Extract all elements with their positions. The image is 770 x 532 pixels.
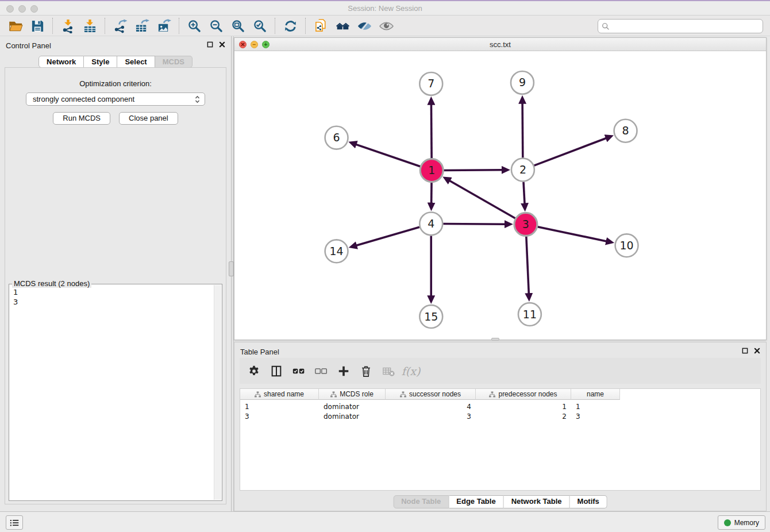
tab-style[interactable]: Style <box>84 56 117 68</box>
delete-table-button <box>380 363 397 380</box>
add-column-button[interactable] <box>335 363 352 380</box>
edge-2-3[interactable] <box>523 182 525 204</box>
refresh-view-button[interactable] <box>281 17 299 34</box>
tab-motifs[interactable]: Motifs <box>570 495 607 508</box>
table-settings-button[interactable] <box>245 363 263 380</box>
zoom-fit-button[interactable] <box>229 17 247 34</box>
graph-node-3[interactable]: 3 <box>514 213 537 236</box>
node-label: 2 <box>519 163 526 176</box>
edge-2-8[interactable] <box>534 138 606 165</box>
zoom-out-button[interactable] <box>207 17 225 34</box>
deselect-all-rows-button[interactable] <box>313 363 330 380</box>
close-panel-button[interactable]: Close panel <box>119 112 178 125</box>
table-cell[interactable]: 3 <box>386 413 476 421</box>
graph-node-2[interactable]: 2 <box>511 159 534 182</box>
network-home-button[interactable] <box>333 17 352 34</box>
graph-node-9[interactable]: 9 <box>511 71 534 94</box>
edge-2-9[interactable] <box>522 103 523 158</box>
edge-3-10[interactable] <box>537 227 606 241</box>
export-table-button[interactable] <box>133 17 151 34</box>
graph-node-10[interactable]: 10 <box>615 234 638 257</box>
edge-4-3[interactable] <box>443 224 505 225</box>
show-graphics-details-button[interactable] <box>377 17 395 34</box>
export-image-button[interactable] <box>155 17 173 34</box>
edge-4-14[interactable] <box>356 227 419 245</box>
save-session-icon <box>30 19 45 33</box>
import-network-button[interactable] <box>59 17 77 34</box>
float-table-panel-icon[interactable] <box>742 348 748 354</box>
edge-1-6[interactable] <box>356 144 421 166</box>
mcds-result-list[interactable]: 13 <box>13 287 213 499</box>
tab-network[interactable]: Network <box>38 56 84 68</box>
tab-select[interactable]: Select <box>117 56 155 68</box>
clone-network-button[interactable] <box>311 17 330 34</box>
table-cell[interactable]: 1 <box>240 403 319 411</box>
table-cell[interactable]: 1 <box>571 403 620 411</box>
column-header-mcds-role[interactable]: MCDS role <box>319 389 386 400</box>
graph-node-7[interactable]: 7 <box>419 72 442 95</box>
result-scrollbar[interactable] <box>214 285 221 500</box>
graph-node-15[interactable]: 15 <box>419 305 442 328</box>
network-graph[interactable]: 1234678910111415 <box>234 51 766 340</box>
close-table-panel-icon[interactable] <box>754 348 760 354</box>
tab-network-table[interactable]: Network Table <box>504 495 570 508</box>
edge-3-1[interactable] <box>449 180 515 218</box>
open-session-button[interactable] <box>6 17 25 34</box>
hide-graphics-details-icon <box>357 19 372 33</box>
criterion-select[interactable]: strongly connected component <box>26 92 205 106</box>
column-header-shared-name[interactable]: shared name <box>240 389 319 400</box>
table-cell[interactable]: dominator <box>319 413 386 421</box>
column-header-label: successor nodes <box>409 390 461 398</box>
memory-button[interactable]: Memory <box>718 515 765 530</box>
close-panel-icon[interactable] <box>219 41 225 48</box>
graph-node-8[interactable]: 8 <box>614 119 637 142</box>
network-window-titlebar[interactable]: ✕ − + scc.txt <box>234 38 766 51</box>
table-cell[interactable]: 1 <box>476 403 571 411</box>
edge-3-11[interactable] <box>526 236 529 294</box>
graph-node-14[interactable]: 14 <box>325 240 348 263</box>
edge-1-7[interactable] <box>431 105 432 159</box>
zoom-selected-button[interactable] <box>251 17 269 34</box>
optimization-criterion-label: Optimization criterion: <box>5 79 226 88</box>
table-cell[interactable]: 3 <box>571 413 620 421</box>
select-all-rows-button[interactable] <box>290 363 307 380</box>
export-network-icon <box>113 19 128 33</box>
export-network-button[interactable] <box>111 17 129 34</box>
divider-handle[interactable] <box>229 261 234 276</box>
network-table-divider-handle[interactable] <box>491 338 499 341</box>
tab-node-table[interactable]: Node Table <box>393 495 449 508</box>
graph-node-6[interactable]: 6 <box>325 126 348 149</box>
graph-node-11[interactable]: 11 <box>518 303 541 326</box>
search-input[interactable] <box>612 22 759 31</box>
hide-graphics-details-button[interactable] <box>355 17 374 34</box>
table-cell[interactable]: dominator <box>319 403 386 411</box>
column-header-successor-nodes[interactable]: successor nodes <box>386 389 476 400</box>
import-network-icon <box>61 19 75 33</box>
zoom-in-button[interactable] <box>185 17 203 34</box>
column-header-predecessor-nodes[interactable]: predecessor nodes <box>476 389 571 400</box>
toolbar-separator <box>275 18 275 34</box>
column-header-name[interactable]: name <box>571 389 620 400</box>
tab-edge-table[interactable]: Edge Table <box>449 495 503 508</box>
edge-1-2[interactable] <box>444 170 502 171</box>
table-row[interactable]: 3dominator323 <box>240 411 760 421</box>
delete-column-button[interactable] <box>357 363 375 380</box>
graph-node-1[interactable]: 1 <box>420 159 443 182</box>
table-cell[interactable]: 4 <box>386 403 476 411</box>
import-table-button[interactable] <box>80 17 99 34</box>
save-session-button[interactable] <box>28 17 47 34</box>
run-mcds-button[interactable]: Run MCDS <box>53 112 110 125</box>
main-toolbar <box>0 16 770 36</box>
table-row[interactable]: 1dominator411 <box>240 402 760 411</box>
table-cell[interactable]: 2 <box>476 413 571 421</box>
float-panel-icon[interactable] <box>207 41 213 48</box>
select-chevrons-icon <box>195 95 200 104</box>
table-cell[interactable]: 3 <box>240 413 319 421</box>
search-field[interactable] <box>598 19 763 33</box>
panel-menu-button[interactable] <box>6 515 23 530</box>
tab-mcds[interactable]: MCDS <box>155 56 192 68</box>
graph-node-4[interactable]: 4 <box>419 212 442 235</box>
toggle-columns-button[interactable] <box>268 363 285 380</box>
network-canvas[interactable]: 1234678910111415 <box>234 51 766 340</box>
toolbar-separator <box>179 18 179 34</box>
